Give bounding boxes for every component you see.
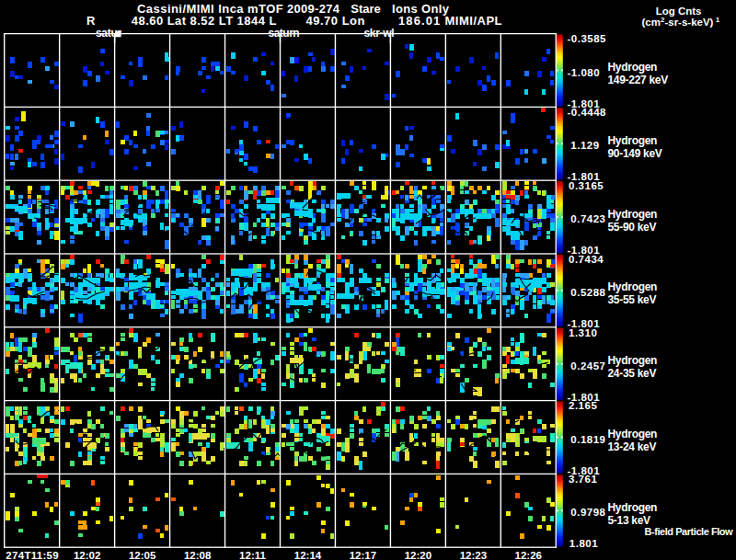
svg-text:12:05: 12:05 (129, 550, 156, 560)
svg-text:Hydrogen: Hydrogen (608, 501, 658, 514)
svg-text:1.801: 1.801 (569, 538, 598, 549)
svg-text:Hydrogen: Hydrogen (608, 280, 658, 293)
svg-text:Log Cnts: Log Cnts (656, 6, 702, 17)
svg-text:R: R (86, 14, 96, 28)
svg-text:12:17: 12:17 (350, 550, 376, 560)
svg-text:12:26: 12:26 (515, 550, 542, 560)
svg-text:12:11: 12:11 (239, 550, 266, 560)
svg-text:0.9798: 0.9798 (570, 507, 605, 518)
svg-text:12:14: 12:14 (294, 550, 322, 560)
svg-text:-1.080: -1.080 (568, 67, 601, 78)
svg-text:(cm2-sr-s-keV) 1: (cm2-sr-s-keV) 1 (642, 16, 720, 28)
svg-text:Hydrogen: Hydrogen (608, 61, 658, 74)
svg-text:-0.4448: -0.4448 (568, 107, 607, 118)
svg-text:12:02: 12:02 (74, 550, 100, 560)
svg-text:Hydrogen: Hydrogen (608, 428, 658, 440)
svg-text:skr-wl: skr-wl (364, 27, 395, 40)
svg-text:13-24 keV: 13-24 keV (608, 440, 657, 453)
svg-text:5-13 keV: 5-13 keV (608, 514, 651, 527)
svg-text:1.310: 1.310 (569, 327, 597, 338)
svg-text:1.129: 1.129 (570, 140, 599, 151)
svg-text:55-90 keV: 55-90 keV (608, 221, 657, 234)
svg-text:0.7423: 0.7423 (570, 213, 605, 224)
svg-text:3.761: 3.761 (569, 474, 597, 485)
svg-text:Hydrogen: Hydrogen (608, 354, 658, 367)
svg-text:0.3165: 0.3165 (569, 180, 604, 191)
svg-text:0.5288: 0.5288 (570, 287, 605, 298)
svg-text:-0.3585: -0.3585 (568, 33, 607, 44)
svg-text:48.60 Lat 8.52 LT 1844 L: 48.60 Lat 8.52 LT 1844 L (132, 14, 277, 28)
svg-text:B-field Particle Flow: B-field Particle Flow (645, 526, 734, 537)
svg-text:MIMI/APL: MIMI/APL (445, 14, 503, 28)
svg-text:186.01: 186.01 (398, 14, 441, 28)
svg-text:12:23: 12:23 (460, 550, 487, 560)
svg-text:35-55 keV: 35-55 keV (608, 293, 657, 306)
svg-text:2.165: 2.165 (569, 400, 597, 411)
svg-text:24-35 keV: 24-35 keV (608, 367, 657, 380)
svg-text:90-149 keV: 90-149 keV (608, 147, 662, 160)
svg-text:12:20: 12:20 (405, 550, 431, 560)
svg-text:274T11:59: 274T11:59 (6, 550, 59, 560)
svg-text:0.2457: 0.2457 (570, 360, 605, 371)
svg-text:12:08: 12:08 (184, 550, 212, 560)
svg-text:saturn: saturn (269, 27, 300, 40)
svg-text:49.70 Lon: 49.70 Lon (306, 14, 365, 28)
svg-text:149-227 keV: 149-227 keV (608, 74, 669, 86)
svg-text:0.7434: 0.7434 (569, 254, 604, 265)
svg-text:0.1819: 0.1819 (570, 434, 605, 445)
svg-text:Hydrogen: Hydrogen (608, 134, 658, 147)
svg-text:Hydrogen: Hydrogen (608, 208, 658, 221)
